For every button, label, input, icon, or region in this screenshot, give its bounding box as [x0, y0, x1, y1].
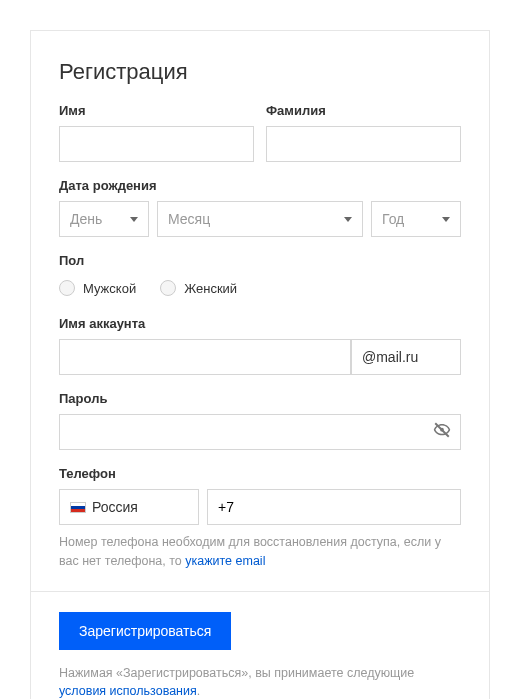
radio-icon	[59, 280, 75, 296]
dob-day-value: День	[70, 211, 102, 227]
gender-label: Пол	[59, 253, 461, 268]
gender-female-label: Женский	[184, 281, 237, 296]
phone-country-value: Россия	[92, 499, 138, 515]
terms-pre: Нажимая «Зарегистрироваться», вы принима…	[59, 666, 414, 680]
chevron-down-icon	[130, 217, 138, 222]
chevron-down-icon	[442, 217, 450, 222]
dob-month-value: Месяц	[168, 211, 210, 227]
first-name-input[interactable]	[59, 126, 254, 162]
toggle-password-visibility-icon[interactable]	[433, 421, 451, 443]
submit-button[interactable]: Зарегистрироваться	[59, 612, 231, 650]
password-input[interactable]	[59, 414, 461, 450]
gender-male-radio[interactable]: Мужской	[59, 280, 136, 296]
phone-hint: Номер телефона необходим для восстановле…	[59, 533, 461, 571]
dob-year-select[interactable]: Год	[371, 201, 461, 237]
account-domain-select[interactable]: @mail.ru	[351, 339, 461, 375]
gender-female-radio[interactable]: Женский	[160, 280, 237, 296]
terms-post: .	[197, 684, 200, 698]
phone-label: Телефон	[59, 466, 461, 481]
dob-month-select[interactable]: Месяц	[157, 201, 363, 237]
dob-label: Дата рождения	[59, 178, 461, 193]
dob-year-value: Год	[382, 211, 404, 227]
registration-form: Регистрация Имя Фамилия Дата рождения Де…	[30, 30, 490, 699]
flag-russia-icon	[70, 502, 86, 513]
password-label: Пароль	[59, 391, 461, 406]
phone-hint-link[interactable]: укажите email	[185, 554, 265, 568]
phone-country-select[interactable]: Россия	[59, 489, 199, 525]
last-name-label: Фамилия	[266, 103, 461, 118]
last-name-input[interactable]	[266, 126, 461, 162]
chevron-down-icon	[344, 217, 352, 222]
account-label: Имя аккаунта	[59, 316, 461, 331]
first-name-label: Имя	[59, 103, 254, 118]
account-input[interactable]	[59, 339, 351, 375]
phone-input[interactable]	[207, 489, 461, 525]
divider	[31, 591, 489, 592]
gender-male-label: Мужской	[83, 281, 136, 296]
dob-day-select[interactable]: День	[59, 201, 149, 237]
radio-icon	[160, 280, 176, 296]
account-domain-value: @mail.ru	[362, 349, 418, 365]
page-title: Регистрация	[59, 59, 461, 85]
terms-text: Нажимая «Зарегистрироваться», вы принима…	[59, 664, 461, 700]
terms-link[interactable]: условия использования	[59, 684, 197, 698]
